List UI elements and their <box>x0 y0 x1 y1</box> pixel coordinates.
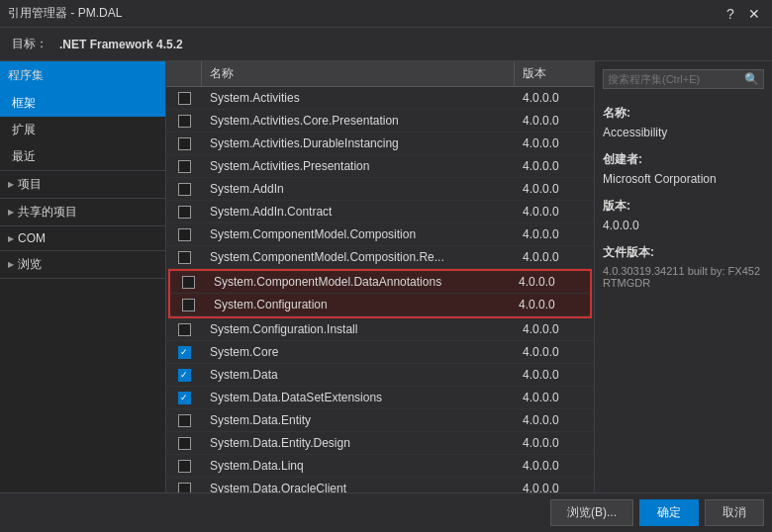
row-checkbox[interactable] <box>166 455 202 477</box>
table-row[interactable]: System.Activities.Core.Presentation 4.0.… <box>166 110 594 133</box>
confirm-button[interactable]: 确定 <box>639 499 699 526</box>
row-name: System.Configuration.Install <box>202 320 515 338</box>
row-checkbox[interactable] <box>170 294 206 315</box>
row-name: System.ComponentModel.Composition <box>202 225 515 243</box>
row-name: System.AddIn <box>202 180 515 198</box>
dialog-body: 程序集 框架 扩展 最近 ▶ 项目 <box>0 61 772 492</box>
table-row[interactable]: System.Data.Entity 4.0.0.0 <box>166 409 594 432</box>
row-version: 4.0.0.0 <box>515 434 594 452</box>
row-name: System.Activities <box>202 89 515 107</box>
row-checkbox[interactable] <box>166 409 202 431</box>
table-row[interactable]: System.Activities 4.0.0.0 <box>166 87 594 110</box>
sidebar: 程序集 框架 扩展 最近 ▶ 项目 <box>0 61 166 492</box>
checkbox-checked[interactable] <box>178 369 191 382</box>
row-name: System.Activities.Core.Presentation <box>202 112 515 130</box>
table-row[interactable]: System.Configuration.Install 4.0.0.0 <box>166 318 594 341</box>
row-name: System.Data.DataSetExtensions <box>202 389 515 406</box>
checkbox[interactable] <box>182 276 195 289</box>
triangle-icon: ▶ <box>8 180 14 189</box>
row-checkbox[interactable] <box>170 271 206 293</box>
search-input[interactable] <box>608 73 744 85</box>
sidebar-group-com-header[interactable]: ▶ COM <box>0 226 165 250</box>
checkbox-checked[interactable] <box>178 346 191 359</box>
checkbox[interactable] <box>178 160 191 173</box>
row-name: System.Activities.DurableInstancing <box>202 134 515 152</box>
row-checkbox[interactable] <box>166 133 202 154</box>
table-row[interactable]: System.Data.DataSetExtensions 4.0.0.0 <box>166 387 594 409</box>
row-version: 4.0.0.0 <box>515 457 594 475</box>
sidebar-item-framework[interactable]: 框架 <box>0 90 165 117</box>
table-row[interactable]: System.Data.Entity.Design 4.0.0.0 <box>166 432 594 455</box>
table-row[interactable]: System.AddIn.Contract 4.0.0.0 <box>166 201 594 223</box>
row-checkbox[interactable] <box>166 364 202 386</box>
table-row-highlighted[interactable]: System.Configuration 4.0.0.0 <box>170 294 590 316</box>
checkbox[interactable] <box>178 251 191 264</box>
sidebar-group-project-header[interactable]: ▶ 项目 <box>0 171 165 198</box>
row-checkbox[interactable] <box>166 387 202 408</box>
table-row[interactable]: System.ComponentModel.Composition 4.0.0.… <box>166 223 594 246</box>
table-row[interactable]: System.Activities.DurableInstancing 4.0.… <box>166 133 594 155</box>
cancel-button[interactable]: 取消 <box>705 499 764 526</box>
checkbox[interactable] <box>178 228 191 241</box>
table-row[interactable]: System.ComponentModel.Composition.Re... … <box>166 246 594 269</box>
row-name: System.Data.Entity.Design <box>202 434 515 452</box>
table-row[interactable]: System.AddIn 4.0.0.0 <box>166 178 594 201</box>
sidebar-group-shared-header[interactable]: ▶ 共享的项目 <box>0 199 165 225</box>
checkbox-checked[interactable] <box>178 392 191 404</box>
browse-button[interactable]: 浏览(B)... <box>550 499 633 526</box>
row-name: System.ComponentModel.Composition.Re... <box>202 248 515 266</box>
checkbox[interactable] <box>178 437 191 450</box>
row-version: 4.0.0.0 <box>515 320 594 338</box>
checkbox[interactable] <box>178 183 191 196</box>
row-version: 4.0.0.0 <box>515 112 594 130</box>
table-container[interactable]: 名称 版本 System.Activities 4.0.0.0 System.A… <box>166 61 594 492</box>
checkbox[interactable] <box>178 323 191 336</box>
sidebar-group-browse-header[interactable]: ▶ 浏览 <box>0 251 165 278</box>
row-version: 4.0.0.0 <box>515 89 594 107</box>
sidebar-group-framework: 框架 扩展 最近 <box>0 90 165 171</box>
row-checkbox[interactable] <box>166 178 202 200</box>
row-version: 4.0.0.0 <box>515 480 594 492</box>
help-button[interactable]: ? <box>721 4 740 24</box>
search-box[interactable]: 🔍 <box>603 69 764 89</box>
name-label: 名称: <box>603 105 764 122</box>
table-row[interactable]: System.Data.Linq 4.0.0.0 <box>166 455 594 478</box>
row-checkbox[interactable] <box>166 341 202 363</box>
checkbox[interactable] <box>178 137 191 150</box>
checkbox[interactable] <box>178 92 191 105</box>
triangle-icon-shared: ▶ <box>8 208 14 217</box>
checkbox[interactable] <box>182 299 195 311</box>
checkbox[interactable] <box>178 414 191 427</box>
version-label: 版本: <box>603 198 764 215</box>
checkbox[interactable] <box>178 483 191 493</box>
row-version: 4.0.0.0 <box>515 225 594 243</box>
row-checkbox[interactable] <box>166 155 202 177</box>
checkbox[interactable] <box>178 460 191 473</box>
table-row[interactable]: System.Core 4.0.0.0 <box>166 341 594 364</box>
row-checkbox[interactable] <box>166 110 202 132</box>
row-checkbox[interactable] <box>166 318 202 340</box>
close-button[interactable]: ✕ <box>744 4 764 24</box>
sidebar-item-recent[interactable]: 最近 <box>0 143 165 170</box>
checkbox[interactable] <box>178 115 191 128</box>
triangle-icon-com: ▶ <box>8 234 14 243</box>
row-version: 4.0.0.0 <box>515 248 594 266</box>
table-row[interactable]: System.Activities.Presentation 4.0.0.0 <box>166 155 594 178</box>
table-row[interactable]: System.Data 4.0.0.0 <box>166 364 594 387</box>
checkbox[interactable] <box>178 206 191 219</box>
row-version: 4.0.0.0 <box>511 273 590 291</box>
row-checkbox[interactable] <box>166 201 202 222</box>
row-name: System.Configuration <box>206 296 511 313</box>
row-name: System.Data.OracleClient <box>202 480 515 492</box>
highlight-group: System.ComponentModel.DataAnnotations 4.… <box>168 269 592 318</box>
row-checkbox[interactable] <box>166 478 202 492</box>
row-checkbox[interactable] <box>166 87 202 109</box>
row-checkbox[interactable] <box>166 246 202 268</box>
table-row[interactable]: System.Data.OracleClient 4.0.0.0 <box>166 478 594 492</box>
row-checkbox[interactable] <box>166 432 202 454</box>
table-row-highlighted[interactable]: System.ComponentModel.DataAnnotations 4.… <box>170 271 590 294</box>
row-checkbox[interactable] <box>166 223 202 245</box>
sidebar-item-extensions[interactable]: 扩展 <box>0 117 165 143</box>
dialog: 目标： .NET Framework 4.5.2 程序集 框架 扩展 最近 <box>0 28 772 532</box>
title-bar: 引用管理器 - PM.DAL ? ✕ <box>0 0 772 28</box>
